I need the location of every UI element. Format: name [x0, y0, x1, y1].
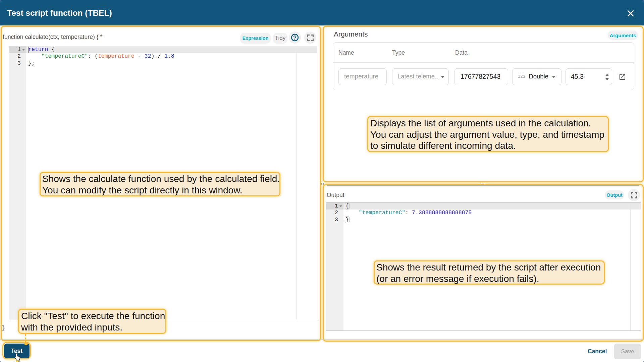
svg-text:?: ? — [293, 35, 297, 41]
